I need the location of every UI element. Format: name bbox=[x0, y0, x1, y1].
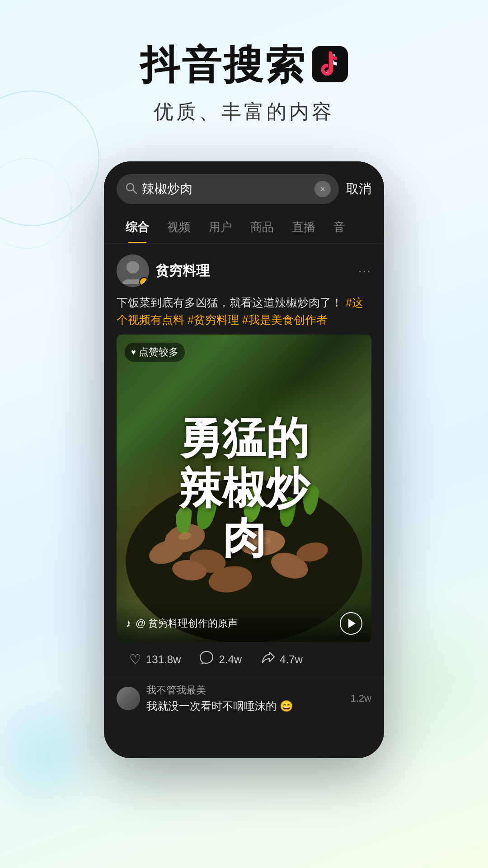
tab-综合[interactable]: 综合 bbox=[117, 211, 158, 243]
share-icon bbox=[260, 650, 275, 669]
tab-商品[interactable]: 商品 bbox=[241, 211, 283, 243]
post-header: ✓ 贫穷料理 ··· bbox=[117, 255, 371, 287]
audio-bar: ♪ @ 贫穷料理创作的原声 bbox=[117, 601, 371, 642]
comment-1-avatar bbox=[117, 687, 140, 710]
share-count: 4.7w bbox=[280, 653, 303, 666]
cancel-search-button[interactable]: 取消 bbox=[346, 180, 371, 198]
tab-音乐[interactable]: 音 bbox=[324, 211, 354, 243]
app-subtitle: 优质、丰富的内容 bbox=[0, 99, 488, 125]
comment-count: 2.4w bbox=[219, 653, 242, 666]
user-avatar: ✓ bbox=[117, 255, 149, 287]
like-count: 131.8w bbox=[146, 653, 181, 666]
comment-1-text: 我就没一次看时不咽唾沫的 😄 bbox=[146, 699, 344, 713]
tab-直播[interactable]: 直播 bbox=[283, 211, 324, 243]
post-card: ✓ 贫穷料理 ··· 下饭菜到底有多凶猛，就看这道辣椒炒肉了！ #这个视频有点料… bbox=[104, 244, 384, 677]
tab-视频[interactable]: 视频 bbox=[158, 211, 200, 243]
search-icon bbox=[125, 182, 137, 196]
play-button[interactable] bbox=[340, 612, 362, 635]
verified-badge: ✓ bbox=[139, 277, 149, 287]
phone-screen: 辣椒炒肉 × 取消 综合 视频 用户 商品 直播 音 bbox=[104, 161, 384, 758]
comment-preview-section: 我不管我最美 我就没一次看时不咽唾沫的 😄 1.2w bbox=[104, 677, 384, 727]
clear-search-button[interactable]: × bbox=[314, 181, 331, 197]
video-title-text: 勇猛的辣椒炒肉 bbox=[170, 413, 318, 563]
username: 贫穷料理 bbox=[155, 262, 210, 280]
svg-point-1 bbox=[127, 184, 134, 191]
video-title-overlay: 勇猛的辣椒炒肉 bbox=[117, 335, 371, 642]
user-info: ✓ 贫穷料理 bbox=[117, 255, 210, 287]
comment-icon bbox=[199, 650, 214, 669]
audio-info: ♪ @ 贫穷料理创作的原声 bbox=[126, 617, 238, 630]
tabs-row: 综合 视频 用户 商品 直播 音 bbox=[104, 211, 384, 244]
comment-1-username: 我不管我最美 bbox=[146, 684, 344, 697]
play-triangle-icon bbox=[348, 619, 356, 628]
phone-mockup: 辣椒炒肉 × 取消 综合 视频 用户 商品 直播 音 bbox=[104, 161, 384, 758]
app-title-row: 抖音搜索 bbox=[0, 45, 488, 85]
share-button[interactable]: 4.7w bbox=[260, 650, 303, 669]
comment-1-content: 我不管我最美 我就没一次看时不咽唾沫的 😄 bbox=[146, 684, 344, 713]
comment-1-likes: 1.2w bbox=[351, 693, 371, 704]
tab-用户[interactable]: 用户 bbox=[200, 211, 241, 243]
like-button[interactable]: ♡ 131.8w bbox=[129, 651, 181, 667]
page-header: 抖音搜索 优质、丰富的内容 bbox=[0, 0, 488, 152]
verified-icon: ✓ bbox=[142, 279, 146, 285]
search-input-container[interactable]: 辣椒炒肉 × bbox=[117, 174, 339, 204]
phone-wrapper: 辣椒炒肉 × 取消 综合 视频 用户 商品 直播 音 bbox=[0, 152, 488, 758]
tiktok-logo-icon bbox=[312, 46, 348, 84]
more-options-button[interactable]: ··· bbox=[358, 264, 371, 278]
audio-text: @ 贫穷料理创作的原声 bbox=[136, 617, 238, 630]
svg-line-2 bbox=[133, 190, 137, 194]
music-note-icon: ♪ bbox=[126, 617, 131, 630]
app-title: 抖音搜索 bbox=[140, 45, 306, 85]
search-bar-row: 辣椒炒肉 × 取消 bbox=[104, 161, 384, 211]
like-icon: ♡ bbox=[129, 651, 141, 667]
comment-row-1: 我不管我最美 我就没一次看时不咽唾沫的 😄 1.2w bbox=[117, 684, 371, 713]
post-text-main: 下饭菜到底有多凶猛，就看这道辣椒炒肉了！ bbox=[117, 296, 343, 309]
search-query-text: 辣椒炒肉 bbox=[142, 180, 310, 198]
comment-button[interactable]: 2.4w bbox=[199, 650, 242, 669]
video-thumbnail[interactable]: ♥ 点赞较多 勇猛的辣椒炒肉 ♪ @ 贫穷料理创作的原声 bbox=[117, 335, 371, 642]
post-description: 下饭菜到底有多凶猛，就看这道辣椒炒肉了！ #这个视频有点料 #贫穷料理 #我是美… bbox=[117, 294, 371, 328]
interaction-bar: ♡ 131.8w 2.4w bbox=[117, 642, 371, 677]
